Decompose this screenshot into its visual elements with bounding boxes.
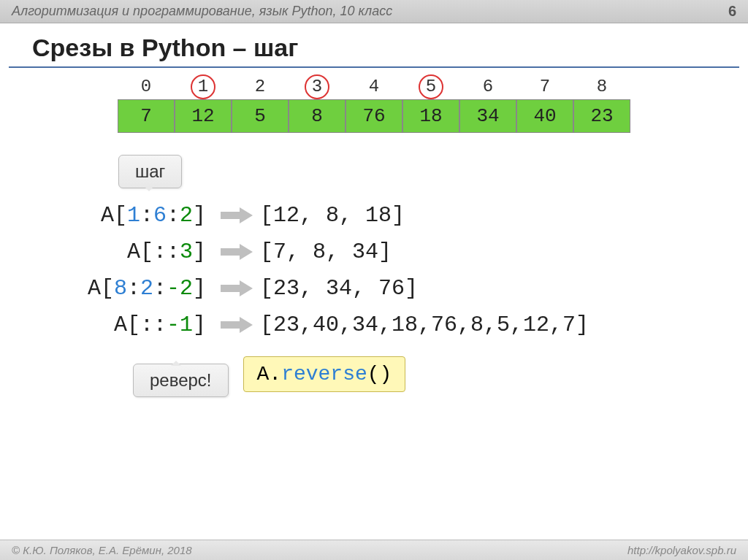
circle-mark-icon: [191, 74, 215, 99]
index-cell: 8: [573, 77, 630, 96]
svg-marker-2: [221, 280, 253, 296]
footer-url: http://kpolyakov.spb.ru: [627, 544, 736, 556]
example-result: [7, 8, 34]: [260, 239, 725, 264]
example-result: [23, 34, 76]: [260, 276, 725, 301]
array-cell: 23: [573, 99, 630, 133]
array-cell: 8: [289, 99, 346, 133]
circle-mark-icon: [419, 74, 443, 99]
reverse-method: reverse: [281, 363, 367, 386]
example-result: [12, 8, 18]: [260, 203, 725, 228]
example-expression: A[::-1]: [23, 312, 213, 337]
arrow-icon: [221, 244, 253, 260]
page-number: 6: [728, 3, 736, 20]
index-cell: 2: [232, 77, 289, 96]
index-cell: 5: [402, 77, 459, 96]
array-cell: 18: [402, 99, 459, 133]
array-cell: 76: [346, 99, 402, 133]
array-row: 712587618344023: [23, 99, 725, 133]
array-cell: 5: [232, 99, 289, 133]
arrow-icon: [221, 207, 253, 223]
reverse-row: реверс! A.reverse(): [23, 350, 725, 397]
footer-copyright: © К.Ю. Поляков, Е.А. Ерёмин, 2018: [12, 544, 192, 556]
array-cell: 7: [118, 99, 175, 133]
content-area: 012345678 712587618344023 шаг A[1:6:2][1…: [0, 68, 748, 406]
reverse-prefix: A.: [257, 363, 282, 386]
array-cell: 34: [459, 99, 516, 133]
footer-bar: © К.Ю. Поляков, Е.А. Ерёмин, 2018 http:/…: [0, 540, 748, 560]
svg-marker-1: [221, 244, 253, 260]
example-result: [23,40,34,18,76,8,5,12,7]: [260, 312, 725, 337]
callout-step: шаг: [118, 155, 182, 188]
example-row: A[8:2:-2][23, 34, 76]: [23, 276, 725, 301]
circle-mark-icon: [305, 74, 329, 99]
array-cell: 40: [516, 99, 573, 133]
arrow-icon: [221, 317, 253, 333]
example-expression: A[8:2:-2]: [23, 276, 213, 301]
example-row: A[1:6:2][12, 8, 18]: [23, 203, 725, 228]
index-cell: 3: [289, 77, 346, 96]
index-cell: 7: [516, 77, 573, 96]
reverse-suffix: (): [367, 363, 392, 386]
header-bar: Алгоритмизация и программирование, язык …: [0, 0, 748, 23]
callout-reverse: реверс!: [133, 364, 229, 397]
svg-marker-3: [221, 317, 253, 333]
index-row: 012345678: [23, 77, 725, 96]
index-cell: 6: [459, 77, 516, 96]
examples-block: A[1:6:2][12, 8, 18]A[::3][7, 8, 34]A[8:2…: [23, 203, 725, 337]
reverse-code-box: A.reverse(): [243, 356, 406, 392]
breadcrumb: Алгоритмизация и программирование, язык …: [12, 4, 392, 19]
svg-marker-0: [221, 207, 253, 223]
example-row: A[::3][7, 8, 34]: [23, 239, 725, 264]
index-cell: 4: [346, 77, 402, 96]
example-row: A[::-1][23,40,34,18,76,8,5,12,7]: [23, 312, 725, 337]
array-cell: 12: [175, 99, 232, 133]
page-title: Срезы в Python – шаг: [9, 23, 739, 68]
index-cell: 1: [175, 77, 232, 96]
arrow-icon: [221, 280, 253, 296]
index-cell: 0: [118, 77, 175, 96]
example-expression: A[::3]: [23, 239, 213, 264]
example-expression: A[1:6:2]: [23, 203, 213, 228]
